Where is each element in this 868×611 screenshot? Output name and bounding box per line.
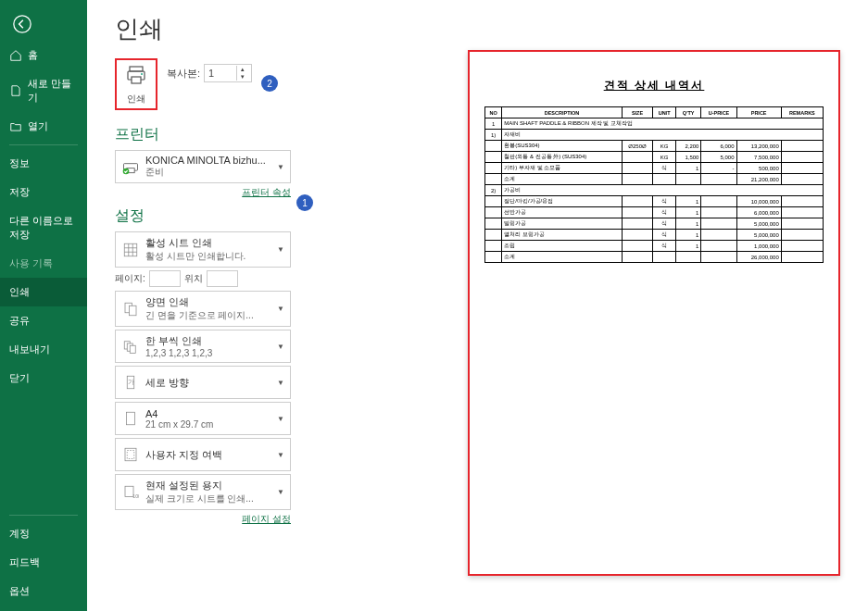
copies-down[interactable]: ▾ (236, 73, 247, 81)
nav-save[interactable]: 저장 (0, 178, 87, 206)
setting-margins[interactable]: 사용자 지정 여백 ▼ (115, 438, 291, 471)
print-button-label: 인쇄 (127, 93, 145, 106)
table-cell: 식 (653, 163, 676, 174)
setting-orientation[interactable]: 가 세로 방향 ▼ (115, 366, 291, 399)
table-cell: KG (653, 141, 676, 152)
annotation-badge-1: 1 (296, 194, 313, 211)
main-content: 인쇄 인쇄 복사본: 1 ▴ ▾ (87, 0, 868, 611)
chevron-down-icon: ▼ (277, 488, 284, 496)
copies-input[interactable]: 1 ▴ ▾ (204, 64, 252, 82)
nav-options[interactable]: 옵션 (0, 577, 87, 605)
nav-share[interactable]: 공유 (0, 306, 87, 335)
print-preview-area: 1 견적 상세 내역서 NODESCRIPTIONSIZEUNITQ'TYU-P… (309, 13, 849, 611)
setting-sides[interactable]: 양면 인쇄긴 면을 기준으로 페이지... ▼ (115, 291, 291, 327)
setting-collate[interactable]: 한 부씩 인쇄1,2,3 1,2,3 1,2,3 ▼ (115, 330, 291, 363)
table-cell (781, 152, 823, 163)
margins-title: 사용자 지정 여백 (145, 448, 271, 462)
settings-column: 인쇄 인쇄 복사본: 1 ▴ ▾ (115, 13, 291, 611)
table-cell: 식 (653, 241, 676, 252)
nav-saveas[interactable]: 다른 이름으로 저장 (0, 206, 87, 249)
svg-rect-3 (132, 77, 141, 83)
document-title: 견적 상세 내역서 (484, 78, 824, 94)
table-cell: 1 (675, 207, 701, 218)
setting-paper[interactable]: A421 cm x 29.7 cm ▼ (115, 402, 291, 435)
nav-new-label: 새로 만들기 (28, 77, 78, 105)
chevron-down-icon: ▼ (277, 245, 284, 254)
nav-home[interactable]: 홈 (0, 41, 87, 69)
table-cell: 소계 (502, 252, 623, 263)
table-cell: 2,200 (675, 141, 701, 152)
annotation-badge-2: 2 (261, 75, 278, 92)
table-cell: 1 (675, 218, 701, 230)
nav-saveas-label: 다른 이름으로 저장 (9, 214, 78, 242)
table-cell: KG (653, 152, 676, 163)
pages-from-input[interactable] (149, 270, 181, 287)
table-header: Q'TY (675, 107, 701, 118)
table-cell: 13,200,000 (736, 141, 781, 152)
table-cell (701, 252, 736, 263)
table-cell: 조립 (502, 241, 623, 252)
nav-account[interactable]: 계정 (0, 519, 87, 548)
table-cell (622, 252, 653, 263)
table-row: 밀링가공식15,000,000 (485, 218, 824, 230)
table-cell (653, 174, 676, 185)
nav-account-label: 계정 (9, 527, 30, 541)
table-cell: 1,500 (675, 152, 701, 163)
paper-sub: 21 cm x 29.7 cm (145, 419, 271, 430)
pages-to-input[interactable] (207, 270, 238, 287)
scale-title: 현재 설정된 용지 (145, 479, 271, 493)
table-cell (781, 141, 823, 152)
chevron-down-icon: ▼ (277, 163, 284, 171)
table-cell (485, 252, 502, 263)
sides-sub: 긴 면을 기준으로 페이지... (145, 309, 271, 322)
setting-scope[interactable]: 활성 시트 인쇄활성 시트만 인쇄합니다. ▼ (115, 231, 291, 268)
page-title: 인쇄 (115, 13, 291, 45)
svg-rect-14 (130, 306, 137, 316)
nav-close[interactable]: 닫기 (0, 364, 87, 393)
printer-properties-link[interactable]: 프린터 속성 (115, 186, 291, 199)
table-cell (485, 241, 502, 252)
scope-sub: 활성 시트만 인쇄합니다. (145, 250, 271, 263)
table-cell: 기타) 부자재 및 소모품 (502, 163, 623, 174)
copies-up[interactable]: ▴ (236, 66, 247, 73)
table-cell: 식 (653, 230, 676, 241)
table-row: 2)가공비 (485, 185, 824, 196)
table-row: 철판(외통 & 진공통 外) (SUS304)KG1,5005,0007,500… (485, 152, 824, 163)
nav-open[interactable]: 열기 (0, 112, 87, 141)
printer-select[interactable]: KONICA MINOLTA bizhu... 준비 ▼ (115, 150, 291, 183)
nav-export[interactable]: 내보내기 (0, 335, 87, 364)
table-cell (622, 241, 653, 252)
back-button[interactable] (6, 7, 39, 41)
printer-name: KONICA MINOLTA bizhu... (145, 155, 271, 166)
table-header: DESCRIPTION (502, 107, 623, 118)
table-cell (622, 174, 653, 185)
table-cell: 식 (653, 207, 676, 218)
nav-feedback[interactable]: 피드백 (0, 548, 87, 577)
sheet-icon (121, 241, 140, 259)
print-button[interactable]: 인쇄 (115, 58, 157, 110)
nav-close-label: 닫기 (9, 371, 30, 385)
table-row: 1)자재비 (485, 130, 824, 141)
printer-heading: 프린터 (115, 125, 291, 144)
table-cell (485, 207, 502, 218)
table-cell (622, 196, 653, 207)
table-row: 선반가공식16,000,000 (485, 207, 824, 218)
svg-text:100: 100 (132, 493, 139, 499)
table-cell: 10,000,000 (736, 196, 781, 207)
nav-info[interactable]: 정보 (0, 149, 87, 178)
table-cell (701, 218, 736, 230)
nav-print[interactable]: 인쇄 (0, 278, 87, 306)
table-cell (781, 207, 823, 218)
table-row: 1MAIN SHAFT PADDLE & RIBBON 제작 및 교체작업 (485, 118, 824, 130)
table-cell: 2) (485, 185, 502, 196)
scope-title: 활성 시트 인쇄 (145, 236, 271, 250)
table-cell (781, 174, 823, 185)
page-setup-link[interactable]: 페이지 설정 (115, 513, 291, 526)
setting-scale[interactable]: 100 현재 설정된 용지실제 크기로 시트를 인쇄... ▼ (115, 474, 291, 510)
printer-status: 준비 (145, 166, 271, 179)
collate-title: 한 부씩 인쇄 (145, 334, 271, 348)
table-cell (653, 252, 676, 263)
nav-info-label: 정보 (9, 156, 30, 170)
nav-new[interactable]: 새로 만들기 (0, 69, 87, 112)
table-cell (485, 141, 502, 152)
